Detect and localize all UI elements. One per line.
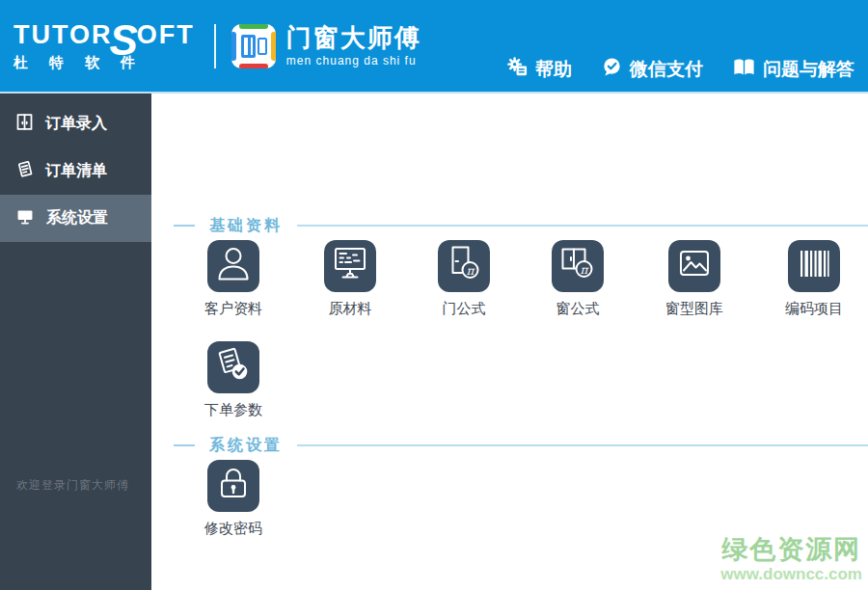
monitor-data-icon	[324, 238, 376, 294]
sidebar: 订单录入订单清单系统设置欢迎登录门窗大师傅	[0, 94, 151, 590]
main-panel: 基础资料客户资料原材料π门公式π窗公式窗型图库编码项目下单参数系统设置修改密码	[151, 94, 868, 590]
nav-item-label: 问题与解答	[763, 57, 854, 82]
list-icon	[14, 159, 35, 183]
app-header: TUTORSOFT 杜特软件 门窗大师傅 men chuang da shi f…	[0, 0, 868, 94]
shortcut-raw-materials[interactable]: 原材料	[324, 240, 376, 318]
shortcut-change-password[interactable]: 修改密码	[204, 460, 262, 538]
shortcut-label: 客户资料	[204, 300, 262, 318]
section-rule	[297, 225, 868, 227]
shortcut-tile[interactable]: π	[438, 240, 490, 292]
door-pi-icon: π	[438, 238, 490, 294]
shortcut-order-params[interactable]: 下单参数	[204, 341, 262, 419]
sidebar-item-label: 订单清单	[45, 161, 107, 181]
shortcut-tile[interactable]	[324, 240, 376, 292]
brand-logo-cn: 杜特软件	[14, 55, 195, 69]
sidebar-item-order-entry[interactable]: 订单录入	[0, 100, 151, 148]
section-title: 系统设置	[209, 436, 283, 456]
shortcut-label: 编码项目	[785, 300, 843, 318]
shortcut-tile[interactable]: π	[552, 240, 604, 292]
shortcut-door-formula[interactable]: π门公式	[438, 240, 490, 318]
doc-check-icon	[207, 339, 259, 395]
nav-item-label: 帮助	[535, 57, 572, 82]
header-nav: 帮助微信支付问题与解答	[506, 56, 854, 83]
site-watermark-name: 绿色资源网	[720, 535, 862, 565]
tile-row: 修改密码	[204, 460, 868, 538]
nav-item-wechat-pay[interactable]: 微信支付	[601, 56, 703, 83]
app-logo-icon	[231, 24, 276, 68]
lock-icon	[207, 458, 259, 514]
shortcut-customer-info[interactable]: 客户资料	[204, 240, 262, 318]
site-watermark-url: www.downcc.com	[720, 565, 862, 584]
nav-item-help[interactable]: 帮助	[506, 56, 572, 83]
section-dash	[174, 225, 195, 227]
sidebar-watermark: 欢迎登录门窗大师傅	[16, 477, 129, 494]
sidebar-item-order-list[interactable]: 订单清单	[0, 148, 151, 195]
barcode-icon	[788, 238, 840, 294]
shortcut-coding-project[interactable]: 编码项目	[785, 240, 843, 318]
window-icon	[14, 112, 35, 136]
sidebar-item-label: 订单录入	[45, 114, 107, 134]
section-title: 基础资料	[209, 216, 283, 236]
shortcut-tile[interactable]	[788, 240, 840, 292]
window-pi-icon: π	[552, 238, 604, 294]
monitor-icon	[14, 206, 36, 230]
tile-row: 客户资料原材料π门公式π窗公式窗型图库编码项目	[204, 240, 868, 318]
shortcut-tile[interactable]	[668, 240, 720, 292]
shortcut-label: 下单参数	[204, 401, 262, 419]
brand-logo: TUTORSOFT 杜特软件	[14, 22, 195, 69]
app-pinyin: men chuang da shi fu	[286, 55, 421, 67]
shortcut-window-formula[interactable]: π窗公式	[552, 240, 604, 318]
shortcut-window-gallery[interactable]: 窗型图库	[665, 240, 723, 318]
section-rule	[297, 444, 868, 446]
shortcut-tile[interactable]	[207, 341, 259, 393]
section-dash	[174, 444, 195, 446]
tile-row: 下单参数	[204, 341, 868, 419]
image-icon	[668, 238, 720, 294]
wechat-icon	[601, 56, 623, 83]
site-watermark: 绿色资源网 www.downcc.com	[720, 535, 862, 584]
shortcut-label: 修改密码	[204, 520, 262, 538]
shortcut-label: 窗公式	[556, 300, 600, 318]
section-header: 系统设置	[174, 437, 868, 454]
app-name: 门窗大师傅	[286, 25, 421, 50]
book-icon	[732, 57, 756, 83]
gear-doc-icon	[506, 56, 529, 83]
sidebar-item-system-settings[interactable]: 系统设置	[0, 195, 151, 242]
sidebar-item-label: 系统设置	[46, 208, 108, 228]
person-icon	[207, 238, 259, 294]
shortcut-label: 窗型图库	[665, 300, 723, 318]
shortcut-label: 门公式	[443, 300, 486, 318]
section-header: 基础资料	[174, 217, 868, 234]
shortcut-label: 原材料	[329, 300, 372, 318]
app-title: 门窗大师傅 men chuang da shi fu	[286, 25, 421, 67]
nav-item-qa[interactable]: 问题与解答	[732, 56, 854, 83]
header-divider	[214, 24, 216, 68]
shortcut-tile[interactable]	[207, 240, 259, 292]
nav-item-label: 微信支付	[630, 57, 703, 82]
brand-logo-text: TUTORSOFT	[14, 22, 195, 48]
shortcut-tile[interactable]	[207, 460, 259, 512]
